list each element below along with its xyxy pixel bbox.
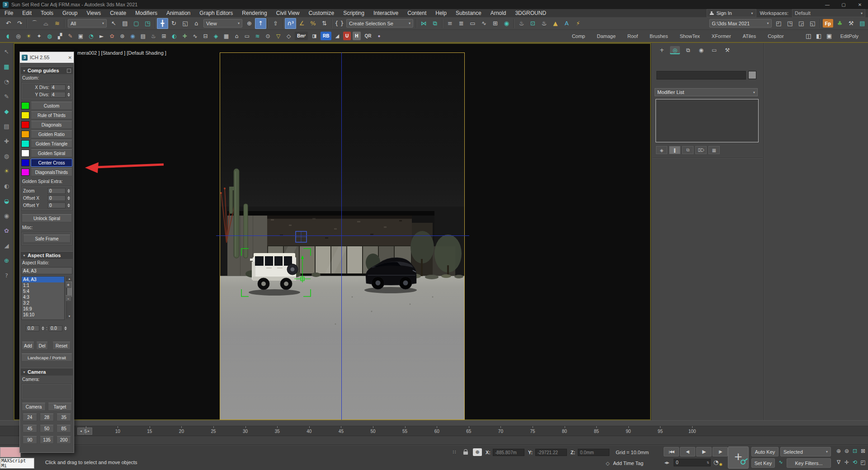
zoom-icon[interactable]: ⊕	[835, 447, 843, 455]
select-move-icon[interactable]: ╋	[157, 18, 168, 29]
golden-triangle-color-swatch[interactable]	[21, 140, 29, 147]
pan-icon[interactable]: ✛	[843, 458, 851, 466]
add-time-tag-button[interactable]: Add Time Tag	[613, 461, 643, 466]
second-toolbar-icon-04[interactable]: ✦	[34, 31, 44, 41]
left-tool-flower-icon[interactable]: ✿	[2, 226, 11, 235]
maximize-viewport-icon[interactable]: ◰	[859, 458, 867, 466]
utilities-tab[interactable]: ⚒	[722, 46, 732, 54]
go-to-start-button[interactable]: |◀◀	[664, 447, 679, 456]
select-manipulate-icon[interactable]: ↑	[255, 18, 266, 29]
previous-frame-button[interactable]: ◂	[77, 428, 85, 435]
focal-200-button[interactable]: 200	[57, 436, 71, 444]
menu-item-edit[interactable]: Edit	[18, 9, 36, 17]
window-crossing-icon[interactable]: ◳	[142, 18, 153, 29]
menu-item-interactive[interactable]: Interactive	[369, 9, 403, 17]
menu-item-help[interactable]: Help	[431, 9, 451, 17]
left-tool-bottom-icon[interactable]: ◒	[2, 197, 11, 205]
diagonals-thirds-color-swatch[interactable]	[21, 169, 29, 176]
second-toolbar-icon-20[interactable]: ⊟	[200, 31, 211, 41]
second-toolbar-icon-27[interactable]: ▽	[273, 31, 283, 41]
hardmesh-button[interactable]: H	[353, 32, 360, 40]
layout-two-pane-icon[interactable]: ◫	[803, 32, 814, 41]
make-unique-button[interactable]: ⧉	[682, 146, 693, 154]
rendered-frame-icon[interactable]: ⊡	[527, 18, 538, 29]
scroll-up-icon[interactable]: ▲	[67, 277, 72, 281]
left-tool-select-icon[interactable]: ↖	[2, 47, 11, 56]
second-toolbar-icon-12[interactable]: ⊛	[117, 31, 127, 41]
showtex-button[interactable]: ShowTex	[679, 33, 700, 39]
add-button[interactable]: Add	[22, 342, 34, 350]
asset-import-icon[interactable]: ◲	[796, 18, 807, 29]
viewport-label[interactable]: mera002 ] [Standard ] [Default Shading ]	[77, 50, 166, 56]
diagonals-thirds-button[interactable]: DiagonalsThirds	[31, 168, 72, 176]
render-iterative-icon[interactable]: ▲	[550, 18, 561, 29]
second-toolbar-icon-14[interactable]: ▤	[138, 31, 148, 41]
comp-guides-rollout[interactable]: ▼ Comp guides	[21, 66, 73, 74]
show-end-result-button[interactable]: ∥	[669, 146, 680, 154]
unlink-icon[interactable]: ⌓	[40, 18, 52, 29]
x-coord-field[interactable]: -885.807m	[493, 449, 524, 456]
scroll-down-icon[interactable]: ▼	[67, 314, 72, 319]
select-place-icon[interactable]: ⌂	[191, 18, 202, 29]
unwrap-button[interactable]: U	[343, 32, 351, 40]
asset-export-icon[interactable]: ◱	[807, 18, 818, 29]
x-divs-spinner[interactable]	[66, 85, 71, 90]
select-by-name-icon[interactable]: ▤	[119, 18, 131, 29]
camera-button[interactable]: Camera	[22, 403, 46, 411]
rect-region-icon[interactable]: ▢	[131, 18, 142, 29]
aspect-option-4-3[interactable]: 4:3	[22, 294, 64, 300]
remove-ratio-button[interactable]: -	[65, 295, 71, 301]
editpoly-button[interactable]: EditPoly	[840, 33, 859, 39]
maxscript-mini-listener[interactable]: MAXScript Mi	[0, 458, 34, 469]
golden-ratio-button[interactable]: Golden Ratio	[31, 130, 72, 138]
offset-y-field[interactable]: 0	[47, 202, 66, 208]
frame-nav-icon[interactable]: ◂▸	[663, 459, 671, 466]
layout-left-pane-icon[interactable]: ◧	[814, 32, 824, 41]
golden-spiral-color-swatch[interactable]	[21, 150, 29, 157]
landscape-portrait-button[interactable]: Landscape / Portrait	[21, 353, 72, 362]
selection-lock-icon[interactable]	[463, 451, 468, 455]
modifier-stack[interactable]	[656, 99, 759, 142]
copitor-button[interactable]: Copitor	[768, 33, 783, 39]
second-toolbar-icon-10[interactable]: ►	[96, 31, 107, 41]
key-filter-curve-icon[interactable]: ∿	[776, 458, 785, 466]
bind-spacewarp-icon[interactable]: ≋	[52, 18, 63, 29]
schematic-view-icon[interactable]: ⊞	[490, 18, 501, 29]
roof-button[interactable]: Roof	[627, 33, 638, 39]
rule-of-thirds-button[interactable]: Rule of Thirds	[31, 111, 72, 119]
absolute-mode-icon[interactable]: ⊕	[473, 448, 482, 456]
ratio-width-field[interactable]: 0.0	[26, 325, 39, 331]
zoom-extents-icon[interactable]: ⊡	[851, 447, 859, 455]
keyboard-override-icon[interactable]: ⇧	[270, 18, 281, 29]
left-tool-grid-icon[interactable]: ▦	[2, 62, 11, 70]
second-toolbar-icon-28[interactable]: ◇	[283, 31, 294, 41]
ich-title-bar[interactable]: 3 ICH 2.55 ✕	[20, 52, 74, 63]
create-selection-set-dropdown[interactable]: Create Selection Se▾	[346, 19, 413, 28]
left-tool-list-icon[interactable]: ▤	[2, 122, 11, 130]
focal-45-button[interactable]: 45	[23, 425, 37, 432]
safe-frame-button[interactable]: Safe Frame	[23, 235, 71, 243]
xformer-button[interactable]: XFormer	[712, 33, 731, 39]
second-toolbar-icon-21[interactable]: ◈	[211, 31, 221, 41]
object-color-swatch[interactable]	[748, 71, 756, 79]
focal-28-button[interactable]: 28	[40, 414, 54, 421]
maxscript-mini-listener-pink[interactable]	[0, 447, 21, 457]
brushes-button[interactable]: Brushes	[650, 33, 668, 39]
set-key-button[interactable]: Set Key	[751, 458, 775, 468]
damage-button[interactable]: Damage	[597, 33, 616, 39]
golden-spiral-button[interactable]: Golden Spiral	[31, 149, 72, 157]
slope-icon[interactable]: ◢	[333, 32, 341, 40]
custom-color-swatch[interactable]	[21, 102, 29, 109]
left-tool-sphere-icon[interactable]: ◍	[2, 152, 11, 160]
focal-135-button[interactable]: 135	[40, 436, 54, 444]
camera-pick-area[interactable]	[21, 384, 72, 400]
play-button[interactable]: ▶	[696, 447, 712, 456]
minimize-button[interactable]: —	[819, 0, 835, 9]
offset-x-field[interactable]: 0	[47, 195, 66, 201]
quadremesher-button[interactable]: QR	[363, 32, 374, 40]
angle-snap-icon[interactable]: ∠	[296, 18, 307, 29]
zoom-region-icon[interactable]: ⊠	[859, 447, 867, 455]
wrench-icon[interactable]: ⚒	[845, 18, 857, 29]
object-name-field[interactable]	[656, 71, 746, 80]
y-coord-field[interactable]: -29721.22	[535, 449, 567, 456]
